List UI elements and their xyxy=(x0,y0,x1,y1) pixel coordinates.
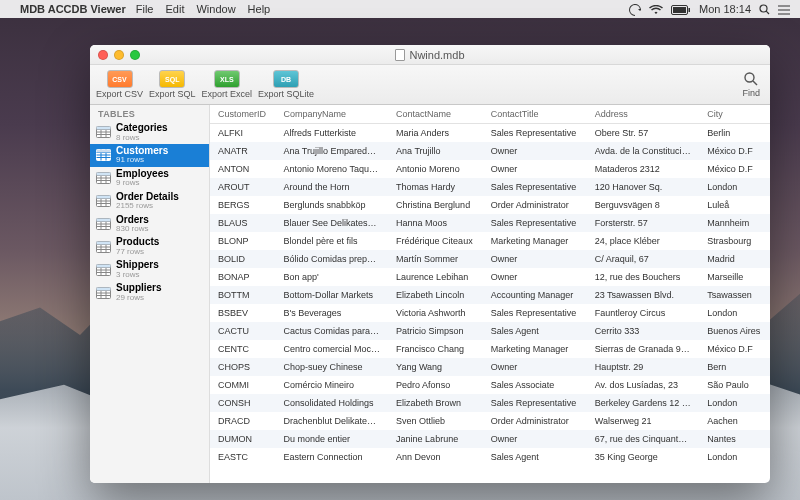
menu-edit[interactable]: Edit xyxy=(165,3,184,15)
table-row[interactable]: COMMIComércio MineiroPedro AfonsoSales A… xyxy=(210,376,770,394)
table-cell[interactable]: C/ Araquil, 67 xyxy=(587,250,700,268)
table-cell[interactable]: BOLID xyxy=(210,250,276,268)
table-cell[interactable]: Nantes xyxy=(699,430,770,448)
export-csv-button[interactable]: CSV Export CSV xyxy=(96,70,143,99)
table-cell[interactable]: 24, place Kléber xyxy=(587,232,700,250)
table-cell[interactable]: Owner xyxy=(483,358,587,376)
window-titlebar[interactable]: Nwind.mdb xyxy=(90,45,770,65)
table-cell[interactable]: Ann Devon xyxy=(388,448,483,466)
table-cell[interactable]: Chop-suey Chinese xyxy=(276,358,389,376)
table-row[interactable]: BOTTMBottom-Dollar MarketsElizabeth Linc… xyxy=(210,286,770,304)
table-cell[interactable]: Berguvsvägen 8 xyxy=(587,196,700,214)
table-cell[interactable]: Elizabeth Lincoln xyxy=(388,286,483,304)
table-cell[interactable]: México D.F xyxy=(699,142,770,160)
data-grid[interactable]: CustomerIDCompanyNameContactNameContactT… xyxy=(210,105,770,483)
wifi-icon[interactable] xyxy=(649,3,663,15)
table-cell[interactable]: Hauptstr. 29 xyxy=(587,358,700,376)
table-cell[interactable]: Cerrito 333 xyxy=(587,322,700,340)
table-cell[interactable]: Owner xyxy=(483,430,587,448)
table-row[interactable]: EASTCEastern ConnectionAnn DevonSales Ag… xyxy=(210,448,770,466)
table-row[interactable]: CHOPSChop-suey ChineseYang WangOwnerHaup… xyxy=(210,358,770,376)
table-cell[interactable]: London xyxy=(699,394,770,412)
sidebar-table-order-details[interactable]: Order Details2155 rows xyxy=(90,190,209,213)
table-cell[interactable]: CONSH xyxy=(210,394,276,412)
table-cell[interactable]: Ana Trujillo xyxy=(388,142,483,160)
table-cell[interactable]: Centro comercial Moctezuma xyxy=(276,340,389,358)
table-row[interactable]: CONSHConsolidated HoldingsElizabeth Brow… xyxy=(210,394,770,412)
table-cell[interactable]: Comércio Mineiro xyxy=(276,376,389,394)
table-row[interactable]: BERGSBerglunds snabbköpChristina Berglun… xyxy=(210,196,770,214)
sidebar-table-employees[interactable]: Employees9 rows xyxy=(90,167,209,190)
table-cell[interactable]: Sven Ottlieb xyxy=(388,412,483,430)
table-cell[interactable]: Berlin xyxy=(699,124,770,143)
table-cell[interactable]: Laurence Lebihan xyxy=(388,268,483,286)
column-header-contacttitle[interactable]: ContactTitle xyxy=(483,105,587,124)
sidebar-table-categories[interactable]: Categories8 rows xyxy=(90,121,209,144)
menu-window[interactable]: Window xyxy=(196,3,235,15)
table-cell[interactable]: Owner xyxy=(483,142,587,160)
table-row[interactable]: CACTUCactus Comidas para llevarPatricio … xyxy=(210,322,770,340)
table-row[interactable]: ANTONAntonio Moreno TaqueríaAntonio More… xyxy=(210,160,770,178)
table-cell[interactable]: Strasbourg xyxy=(699,232,770,250)
table-cell[interactable]: Blauer See Delikatessen xyxy=(276,214,389,232)
close-button[interactable] xyxy=(98,50,108,60)
table-cell[interactable]: Berkeley Gardens 12 Brewery xyxy=(587,394,700,412)
table-cell[interactable]: BERGS xyxy=(210,196,276,214)
table-row[interactable]: BLAUSBlauer See DelikatessenHanna MoosSa… xyxy=(210,214,770,232)
table-cell[interactable]: Obere Str. 57 xyxy=(587,124,700,143)
table-cell[interactable]: 35 King George xyxy=(587,448,700,466)
table-cell[interactable]: 12, rue des Bouchers xyxy=(587,268,700,286)
table-cell[interactable]: Madrid xyxy=(699,250,770,268)
table-cell[interactable]: CACTU xyxy=(210,322,276,340)
menubar-app-name[interactable]: MDB ACCDB Viewer xyxy=(20,3,126,15)
table-cell[interactable]: Sales Agent xyxy=(483,322,587,340)
sidebar-table-shippers[interactable]: Shippers3 rows xyxy=(90,258,209,281)
table-cell[interactable]: CHOPS xyxy=(210,358,276,376)
table-cell[interactable]: Christina Berglund xyxy=(388,196,483,214)
sync-icon[interactable] xyxy=(629,2,641,15)
table-cell[interactable]: Sales Representative xyxy=(483,124,587,143)
table-cell[interactable]: ANTON xyxy=(210,160,276,178)
table-cell[interactable]: Owner xyxy=(483,268,587,286)
table-cell[interactable]: B's Beverages xyxy=(276,304,389,322)
column-header-customerid[interactable]: CustomerID xyxy=(210,105,276,124)
table-cell[interactable]: DUMON xyxy=(210,430,276,448)
table-cell[interactable]: AROUT xyxy=(210,178,276,196)
sidebar-table-products[interactable]: Products77 rows xyxy=(90,235,209,258)
table-cell[interactable]: ALFKI xyxy=(210,124,276,143)
table-cell[interactable]: BLONP xyxy=(210,232,276,250)
table-cell[interactable]: Martín Sommer xyxy=(388,250,483,268)
table-cell[interactable]: Yang Wang xyxy=(388,358,483,376)
table-cell[interactable]: Order Administrator xyxy=(483,412,587,430)
table-cell[interactable]: Elizabeth Brown xyxy=(388,394,483,412)
table-cell[interactable]: London xyxy=(699,304,770,322)
table-cell[interactable]: Av. dos Lusíadas, 23 xyxy=(587,376,700,394)
table-cell[interactable]: Ana Trujillo Emparedados y helados xyxy=(276,142,389,160)
column-header-address[interactable]: Address xyxy=(587,105,700,124)
table-cell[interactable]: Buenos Aires xyxy=(699,322,770,340)
table-cell[interactable]: BSBEV xyxy=(210,304,276,322)
table-cell[interactable]: Du monde entier xyxy=(276,430,389,448)
table-cell[interactable]: Janine Labrune xyxy=(388,430,483,448)
table-cell[interactable]: Sales Agent xyxy=(483,448,587,466)
sidebar-table-orders[interactable]: Orders830 rows xyxy=(90,213,209,236)
table-row[interactable]: BLONPBlondel père et filsFrédérique Cite… xyxy=(210,232,770,250)
export-sql-button[interactable]: SQL Export SQL xyxy=(149,70,196,99)
table-cell[interactable]: Antonio Moreno Taquería xyxy=(276,160,389,178)
table-cell[interactable]: Sierras de Granada 9993 xyxy=(587,340,700,358)
table-cell[interactable]: Luleå xyxy=(699,196,770,214)
table-row[interactable]: CENTCCentro comercial MoctezumaFrancisco… xyxy=(210,340,770,358)
table-row[interactable]: AROUTAround the HornThomas HardySales Re… xyxy=(210,178,770,196)
table-cell[interactable]: São Paulo xyxy=(699,376,770,394)
table-cell[interactable]: Order Administrator xyxy=(483,196,587,214)
table-row[interactable]: DRACDDrachenblut DelikatessenSven Ottlie… xyxy=(210,412,770,430)
table-cell[interactable]: Francisco Chang xyxy=(388,340,483,358)
table-cell[interactable]: Mannheim xyxy=(699,214,770,232)
table-cell[interactable]: Thomas Hardy xyxy=(388,178,483,196)
menu-file[interactable]: File xyxy=(136,3,154,15)
table-cell[interactable]: Walserweg 21 xyxy=(587,412,700,430)
table-cell[interactable]: Accounting Manager xyxy=(483,286,587,304)
table-cell[interactable]: Sales Representative xyxy=(483,178,587,196)
table-cell[interactable]: Pedro Afonso xyxy=(388,376,483,394)
table-cell[interactable]: Bern xyxy=(699,358,770,376)
